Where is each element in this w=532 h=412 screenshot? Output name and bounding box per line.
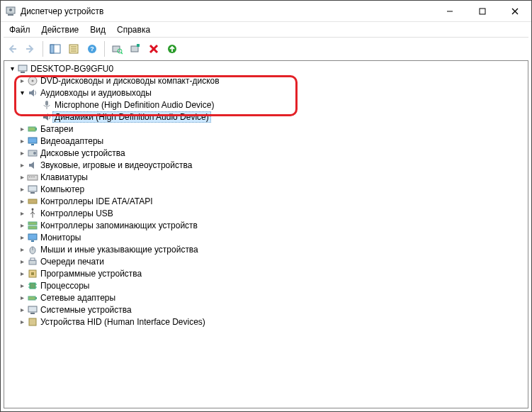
tree-category-computer[interactable]: ▸ Компьютер xyxy=(6,183,526,195)
menu-file[interactable]: Файл xyxy=(4,23,36,36)
tree-category-media[interactable]: ▸ Звуковые, игровые и видеоустройства xyxy=(6,159,526,171)
menu-view[interactable]: Вид xyxy=(84,23,111,36)
computer-icon xyxy=(17,63,28,74)
tree-category-ide[interactable]: ▸ Контроллеры IDE ATA/ATAPI xyxy=(6,195,526,207)
tree-category-audio[interactable]: ▾ Аудиовходы и аудиовыходы xyxy=(6,87,526,99)
category-label: Контроллеры USB xyxy=(38,208,115,219)
computer-icon xyxy=(27,184,38,195)
tree-category-software[interactable]: ▸ Программные устройства xyxy=(6,267,526,279)
mouse-icon xyxy=(27,244,38,255)
maximize-button[interactable] xyxy=(466,1,499,22)
svg-rect-50 xyxy=(30,258,35,260)
tree-category-monitor[interactable]: ▸ Мониторы xyxy=(6,231,526,243)
audio-icon xyxy=(27,87,38,99)
software-device-icon xyxy=(27,268,38,279)
device-label: Динамики (High Definition Audio Device) xyxy=(52,111,211,123)
back-button[interactable] xyxy=(4,40,21,57)
svg-rect-40 xyxy=(30,192,35,194)
tree-category-batteries[interactable]: ▸ Батареи xyxy=(6,123,526,135)
properties-button[interactable] xyxy=(65,40,82,57)
update-driver-button[interactable] xyxy=(164,40,181,57)
expander-icon[interactable]: ▸ xyxy=(17,317,27,327)
category-label: Контроллеры запоминающих устройств xyxy=(38,220,200,231)
tree-category-storagectl[interactable]: ▸ Контроллеры запоминающих устройств xyxy=(6,219,526,231)
svg-rect-39 xyxy=(28,186,37,191)
expander-icon[interactable]: ▸ xyxy=(17,136,27,146)
root-label: DESKTOP-BG9GFU0 xyxy=(28,63,115,74)
expander-icon[interactable]: ▸ xyxy=(17,124,27,134)
tree-category-mouse[interactable]: ▸ Мыши и иные указывающие устройства xyxy=(6,243,526,255)
minimize-button[interactable] xyxy=(434,1,466,22)
svg-rect-36 xyxy=(29,177,30,177)
forward-button[interactable] xyxy=(22,40,39,57)
add-legacy-hardware-button[interactable] xyxy=(127,40,144,57)
tree-category-display[interactable]: ▸ Видеоадаптеры xyxy=(6,135,526,147)
expander-icon[interactable]: ▸ xyxy=(17,221,27,230)
expander-icon[interactable]: ▸ xyxy=(17,208,27,218)
expander-open-icon[interactable]: ▾ xyxy=(17,88,27,98)
tree-device-microphone[interactable]: Microphone (High Definition Audio Device… xyxy=(6,99,526,111)
menu-divider xyxy=(4,37,528,38)
tree-device-speaker[interactable]: Динамики (High Definition Audio Device) xyxy=(6,111,526,123)
expander-icon[interactable]: ▸ xyxy=(17,281,27,291)
tree-category-printq[interactable]: ▸ Очереди печати xyxy=(6,255,526,267)
expander-icon[interactable]: ▸ xyxy=(17,160,27,170)
svg-rect-38 xyxy=(33,177,35,177)
expander-icon[interactable]: ▸ xyxy=(17,233,27,243)
scan-hardware-button[interactable] xyxy=(108,40,125,57)
category-label: Мониторы xyxy=(38,232,83,243)
expander-icon[interactable]: ▸ xyxy=(17,172,27,182)
svg-rect-27 xyxy=(45,101,48,106)
close-button[interactable] xyxy=(499,1,531,22)
menu-action[interactable]: Действие xyxy=(36,23,85,36)
expander-icon[interactable]: ▸ xyxy=(17,196,27,206)
uninstall-device-button[interactable] xyxy=(145,40,162,57)
tree-category-disk[interactable]: ▸ Дисковые устройства xyxy=(6,147,526,159)
toolbar-separator xyxy=(43,41,43,57)
tree-category-dvd[interactable]: ▸ DVD-дисководы и дисководы компакт-диск… xyxy=(6,74,526,87)
menu-help[interactable]: Справка xyxy=(111,23,156,36)
disc-drive-icon xyxy=(27,75,38,87)
expander-icon[interactable]: ▸ xyxy=(17,148,27,158)
tree-root[interactable]: ▾ DESKTOP-BG9GFU0 xyxy=(6,62,526,74)
ide-controller-icon xyxy=(27,196,38,207)
window-controls xyxy=(434,1,531,22)
expander-icon[interactable]: ▸ xyxy=(17,76,27,86)
category-label: Дисковые устройства xyxy=(38,147,128,159)
svg-rect-35 xyxy=(28,175,38,180)
svg-rect-29 xyxy=(28,127,35,131)
monitor-icon xyxy=(27,232,38,243)
device-tree[interactable]: ▾ DESKTOP-BG9GFU0 ▸ DVD-дисководы и диск… xyxy=(4,60,528,408)
expander-icon[interactable]: ▸ xyxy=(17,257,27,267)
tree-category-keyboard[interactable]: ▸ Клавиатуры xyxy=(6,171,526,183)
category-label: Процессоры xyxy=(38,280,92,291)
expander-icon[interactable]: ▸ xyxy=(17,245,27,255)
category-label: Системные устройства xyxy=(38,304,134,316)
window-title: Диспетчер устройств xyxy=(21,6,434,16)
tree-category-usb[interactable]: ▸ Контроллеры USB xyxy=(6,207,526,219)
usb-controller-icon xyxy=(27,208,38,219)
toolbar: ? xyxy=(1,39,531,59)
expander-icon[interactable]: ▸ xyxy=(17,184,27,194)
svg-rect-8 xyxy=(50,45,54,53)
help-button[interactable]: ? xyxy=(84,40,101,57)
svg-point-2 xyxy=(9,9,12,11)
show-hide-console-tree-button[interactable] xyxy=(47,40,64,57)
expander-icon[interactable]: ▸ xyxy=(17,305,27,315)
category-label: Клавиатуры xyxy=(38,172,90,183)
svg-rect-24 xyxy=(21,72,25,73)
svg-rect-52 xyxy=(31,272,34,275)
expander-icon[interactable]: ▸ xyxy=(17,293,27,303)
tree-category-hid[interactable]: ▸ Устройства HID (Human Interface Device… xyxy=(6,316,526,328)
svg-rect-49 xyxy=(29,260,36,265)
processor-icon xyxy=(27,280,38,291)
category-label: Контроллеры IDE ATA/ATAPI xyxy=(38,196,155,207)
expander-icon[interactable]: ▸ xyxy=(17,269,27,279)
svg-line-17 xyxy=(121,52,123,54)
tree-category-cpu[interactable]: ▸ Процессоры xyxy=(6,279,526,291)
tree-category-system[interactable]: ▸ Системные устройства xyxy=(6,304,526,316)
tree-category-network[interactable]: ▸ Сетевые адаптеры xyxy=(6,291,526,304)
expander-open-icon[interactable]: ▾ xyxy=(7,64,17,74)
category-label: Батареи xyxy=(38,123,75,135)
category-label: Мыши и иные указывающие устройства xyxy=(38,244,200,255)
